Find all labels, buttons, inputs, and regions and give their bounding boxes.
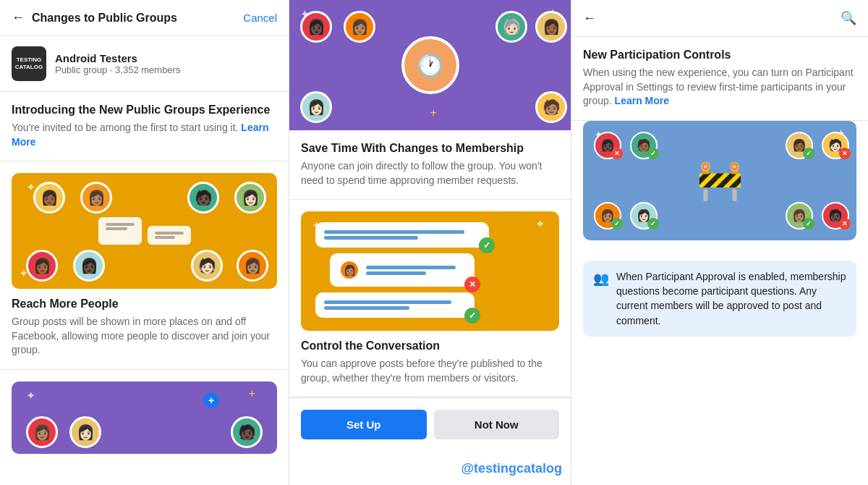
person-avatar: 👩🏿 — [73, 250, 105, 282]
person-avatar: 🧑🏿 ✕ — [822, 202, 849, 229]
face-icon: 🧑🏿 — [190, 184, 217, 211]
approve-badge: ✓ — [611, 218, 623, 229]
fence-section: ✦ ✦ 🚧 👩🏿 ✕ 🧑🏾 ✓ 👩🏽 ✓ 👩🏻 — [571, 121, 868, 261]
bubble-lines — [366, 263, 466, 277]
face-icon: 🧓🏻 — [498, 13, 525, 41]
header-left: ← Changes to Public Groups — [12, 10, 177, 25]
group-sub: Public group · 3,352 members — [55, 64, 180, 75]
check-badge: ✓ — [479, 237, 495, 253]
save-time-desc: Anyone can join directly to follow the g… — [301, 159, 559, 187]
illus-wrapper: ✦ + + 🕐 👩🏿 👩🏽 🧓🏻 👩🏾 👩🏻 — [289, 0, 571, 130]
search-icon[interactable]: 🔍 — [841, 10, 856, 26]
person-avatar: 👩🏾 — [26, 250, 58, 282]
save-time-section: Save Time With Changes to Membership Any… — [289, 130, 571, 200]
person-avatar: 👩🏽 — [80, 182, 112, 214]
avatar-text: TESTING CATALOG — [15, 56, 43, 70]
person-avatar: 👩🏽 — [26, 416, 58, 448]
intro-section: Introducing the New Public Groups Experi… — [0, 92, 289, 161]
approve-badge: ✓ — [647, 218, 659, 229]
face-icon: 🧑🏿 — [233, 418, 260, 446]
setup-button[interactable]: Set Up — [301, 410, 427, 439]
face-icon: 👩🏻 — [237, 184, 264, 211]
reach-desc: Group posts will be shown in more places… — [12, 315, 277, 358]
chat-line — [324, 236, 418, 240]
chat-illustration: ✦ ✦ ✓ 👩🏽 — [301, 211, 559, 331]
doc-group — [98, 217, 191, 245]
face-icon: 👩🏽 — [346, 13, 373, 41]
person-avatar: 👩🏻 — [300, 91, 332, 123]
reject-badge: ✕ — [611, 148, 623, 159]
right-header: ← 🔍 — [571, 0, 868, 37]
face-icon: 🧑🏻 — [193, 252, 221, 279]
cancel-button[interactable]: Cancel — [243, 12, 277, 24]
bottom-section: ✦ + 👩🏽 👩🏻 + 🧑🏿 — [0, 370, 289, 454]
info-box-wrapper: 👥 When Participant Approval is enabled, … — [571, 261, 868, 348]
control-section: ✦ ✦ ✓ 👩🏽 — [289, 200, 571, 397]
reject-badge: ✕ — [839, 148, 851, 159]
doc-line — [155, 232, 184, 235]
face-icon: 👩🏻 — [72, 418, 99, 446]
face-icon: 👩🏿 — [302, 13, 330, 41]
left-header: ← Changes to Public Groups Cancel — [0, 0, 289, 36]
middle-panel: ✦ + + 🕐 👩🏿 👩🏽 🧓🏻 👩🏾 👩🏻 — [289, 0, 571, 485]
person-avatar: 🧓🏻 — [495, 11, 527, 43]
avatar: TESTING CATALOG — [12, 46, 46, 81]
chat-line — [324, 230, 464, 234]
action-buttons: Set Up Not Now — [289, 397, 571, 451]
person-avatar: 🧑🏽 — [535, 91, 567, 123]
not-now-button[interactable]: Not Now — [434, 410, 560, 439]
reject-badge: ✕ — [839, 218, 851, 229]
person-avatar: 👩🏽 — [344, 11, 375, 43]
face-icon: 👩🏾 — [537, 13, 565, 41]
doc-line — [106, 227, 127, 230]
doc-line — [155, 236, 175, 239]
check-badge: ✓ — [464, 308, 480, 324]
back-arrow-icon[interactable]: ← — [12, 10, 25, 25]
face-icon: 👩🏿 — [75, 252, 103, 279]
chat-bubble: 👩🏽 ✕ — [330, 253, 475, 287]
illus-wrapper: ✦ ✦ ✓ 👩🏽 — [301, 211, 559, 331]
fence-icon: 🚧 — [697, 159, 744, 203]
fence-illustration: ✦ ✦ 🚧 👩🏿 ✕ 🧑🏾 ✓ 👩🏽 ✓ 👩🏻 — [583, 121, 856, 240]
sparkle-icon: + — [249, 387, 255, 400]
participation-title: New Participation Controls — [583, 48, 856, 62]
person-mini-avatar: 👩🏽 — [339, 259, 360, 281]
chat-bubbles-group: ✓ 👩🏽 ✕ — [315, 222, 545, 318]
x-badge: ✕ — [464, 277, 480, 292]
illus-wrapper: ✦ ✦ ✦ 👩🏾 👩🏽 🧑🏿 👩🏻 — [12, 173, 277, 289]
bottom-illustration: ✦ + 👩🏽 👩🏻 + 🧑🏿 — [12, 381, 277, 454]
learn-more-link[interactable]: Learn More — [615, 95, 669, 106]
chat-bubble: ✓ — [315, 222, 489, 248]
face-icon: 👩🏽 — [82, 184, 110, 211]
intro-desc: You're invited to be among the first to … — [12, 121, 277, 149]
person-avatar: 🧑🏿 — [231, 416, 263, 448]
illus-wrapper: ✦ ✦ 🚧 👩🏿 ✕ 🧑🏾 ✓ 👩🏽 ✓ 👩🏻 — [583, 121, 856, 240]
control-title: Control the Conversation — [301, 340, 559, 353]
reach-section: ✦ ✦ ✦ 👩🏾 👩🏽 🧑🏿 👩🏻 — [0, 161, 289, 370]
person-avatar: 👩🏾 — [33, 182, 65, 214]
approve-badge: ✓ — [803, 148, 814, 159]
back-arrow-icon[interactable]: ← — [583, 11, 596, 26]
person-avatar: 👩🏾 ✓ — [786, 132, 813, 159]
approve-badge: ✓ — [647, 148, 659, 159]
face-icon: 👩🏾 — [28, 252, 56, 279]
person-avatar: 👩🏾 — [535, 11, 567, 43]
person-avatar: 🧑🏾 ✓ — [630, 132, 658, 159]
face-icon: 👩🏽 — [28, 418, 56, 446]
doc-icon — [148, 226, 191, 245]
person-avatar: 👩🏽 — [237, 250, 268, 282]
group-meta: Android Testers Public group · 3,352 mem… — [55, 52, 180, 75]
info-box: 👥 When Participant Approval is enabled, … — [583, 261, 856, 337]
face-icon: 👩🏽 — [239, 252, 266, 279]
face-icon: 👩🏾 — [35, 184, 63, 211]
person-avatar: 👩🏽 ✓ — [594, 202, 621, 229]
group-info: TESTING CATALOG Android Testers Public g… — [0, 36, 289, 92]
page-title: Changes to Public Groups — [32, 12, 177, 25]
chat-line — [324, 300, 451, 304]
participation-section: New Participation Controls When using th… — [571, 37, 868, 121]
intro-title: Introducing the New Public Groups Experi… — [12, 104, 277, 117]
reach-illustration: ✦ ✦ ✦ 👩🏾 👩🏽 🧑🏿 👩🏻 — [12, 173, 277, 289]
group-name: Android Testers — [55, 52, 180, 64]
person-avatar: 👩🏿 — [300, 11, 332, 43]
doc-line — [106, 223, 135, 226]
